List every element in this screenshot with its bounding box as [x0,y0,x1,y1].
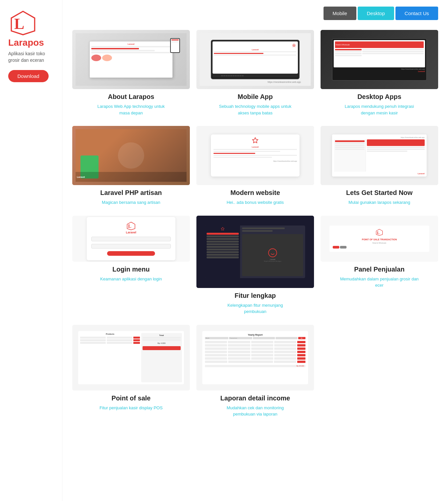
laporan-row-4 [205,351,305,353]
badge-retail [333,246,339,249]
card-pos-desc: Fitur penjualan kasir display POS [100,405,163,411]
card-pos: Products [72,325,190,418]
card-laravel-desc: Magican bersama sang artisan [102,199,160,206]
laporan-cell-3a [205,347,227,350]
laporan-cell-5c [251,354,273,356]
laporan-cell-6a [205,357,227,360]
laporan-action-3 [297,347,305,350]
laporan-cell-5b [228,354,250,356]
card-pos-image: Products [72,325,190,391]
pos-row-2 [80,339,140,341]
pos-cell-1 [80,337,106,339]
card-login-title: Login menu [112,266,149,273]
laporan-action-6 [297,357,305,360]
pos-price-1 [133,337,140,339]
laporan-cell-5a [205,354,227,356]
login-password-mock [91,244,171,249]
card-login-image: L Laravel [72,216,190,262]
laporan-cell-2b [228,344,250,346]
card-laravel-image: Laravel [72,126,190,185]
card-laporan-desc: Mudahkan cek dan monitoring pembukuan vi… [216,405,295,418]
login-logo: L Laravel [126,222,136,234]
sidebar-item-mock-4 [207,241,239,243]
laporan-action-5 [297,354,305,356]
nav-tabs: Mobile Desktop Contact Us [72,7,438,20]
laravel-logo-icon: L [8,10,38,37]
download-button[interactable]: Download [8,70,49,82]
laporan-report-mock: Yearly Report Month Transactions Act [202,331,308,384]
laporan-cell-4c [251,351,273,353]
card-pos-title: Point of sale [112,394,151,402]
card-laravel: Laravel Laravel PHP artisan Magican bers… [72,126,190,206]
laporan-cell-1d [274,341,296,343]
card-login-desc: Keamanan aplikasi dengan login [100,276,162,282]
svg-text:L: L [377,230,380,235]
brand-tagline: Aplikasi kasir toko grosir dan eceran [8,51,54,63]
svg-text:L: L [14,15,24,32]
pos-cell-4 [107,339,132,341]
tab-mobile[interactable]: Mobile [324,7,356,20]
card-started-image: https://mesinkasironline.web.app [321,126,438,185]
pos-cell-3 [80,339,106,341]
login-submit-mock [107,251,155,256]
laporan-cell-2a [205,344,227,346]
card-started-desc: Mulai gunakan larapos sekarang [348,199,410,206]
pos-price-3 [133,342,140,344]
logo-container: L Larapos Aplikasi kasir toko grosir dan… [8,10,54,82]
laporan-cell-1b [228,341,250,343]
laporan-row-2 [205,344,305,346]
laporan-cell-2c [251,344,273,346]
tab-desktop[interactable]: Desktop [358,7,394,20]
card-fitur-image: Laravel Retail & Wholesale Web Apps [196,216,314,288]
laporan-cell-3d [274,347,296,350]
laporan-cell-3c [251,347,273,350]
pos-display-mock: Products [78,331,184,384]
card-laporan-image: Yearly Report Month Transactions Act [196,325,314,391]
card-fitur-desc: Kelengkapan fitur menunjang pembukuan [216,302,295,315]
svg-marker-2 [292,43,296,47]
brand-name: Larapos [8,37,44,48]
content-area-mock: Laravel Retail & Wholesale Web Apps [240,226,305,278]
svg-text:L: L [128,224,131,229]
tab-contact[interactable]: Contact Us [395,7,438,20]
pos-row-3 [80,342,140,344]
card-about-title: About Larapos [108,93,154,101]
sidebar-item-mock-1 [207,233,239,235]
laporan-cell-4a [205,351,227,353]
card-mobile-app: Laravel [196,30,314,116]
pos-cell-2 [107,337,132,339]
sidebar-nav-mock [205,226,240,278]
card-login: L Laravel Login menu Keamanan aplikasi d… [72,216,190,315]
panel-badges [333,246,426,249]
laporan-cell-4b [228,351,250,353]
card-panel: L POINT OF SALE TRANSACTION Retail & Who… [321,216,438,315]
card-modern-image: Laravel https://mesinkasironline.web.app [196,126,314,185]
card-about-desc: Larapos Web App technology untuk masa de… [92,103,170,116]
laporan-action-2 [297,344,305,346]
sidebar-item-mock-8 [207,251,239,253]
card-started-title: Lets Get Started Now [346,189,413,197]
sidebar-item-mock-3 [207,238,239,240]
login-username-mock [91,237,171,241]
laporan-cell-5d [274,354,296,356]
pos-save-btn [143,346,181,350]
card-fitur: Laravel Retail & Wholesale Web Apps Fitu… [196,216,314,315]
laporan-row-3 [205,347,305,350]
card-laravel-title: Laravel PHP artisan [100,189,162,197]
sidebar-item-mock-2 [207,235,239,237]
login-form-mockup: L Laravel [87,217,175,260]
content-bar-1 [242,227,285,229]
sidebar-item-mock-9 [207,254,239,256]
card-modern-desc: Hei.. ada bonus website gratis [227,199,284,206]
laporan-row-7 [205,361,305,363]
content-bar-2 [242,230,273,232]
main-content: Mobile Desktop Contact Us Laravel [62,0,448,501]
pos-right-panel: Total Rp 4.000 [141,333,182,382]
card-panel-title: Panel Penjualan [354,266,404,273]
laporan-cell-6b [228,357,250,360]
laporan-row-6 [205,357,305,360]
card-desktop-desc: Larapos mendukung penuh integrasi dengan… [340,103,419,116]
sidebar-item-mock-10 [207,256,239,258]
card-modern-title: Modern website [230,189,280,197]
card-mobile-image: Laravel [196,30,314,89]
